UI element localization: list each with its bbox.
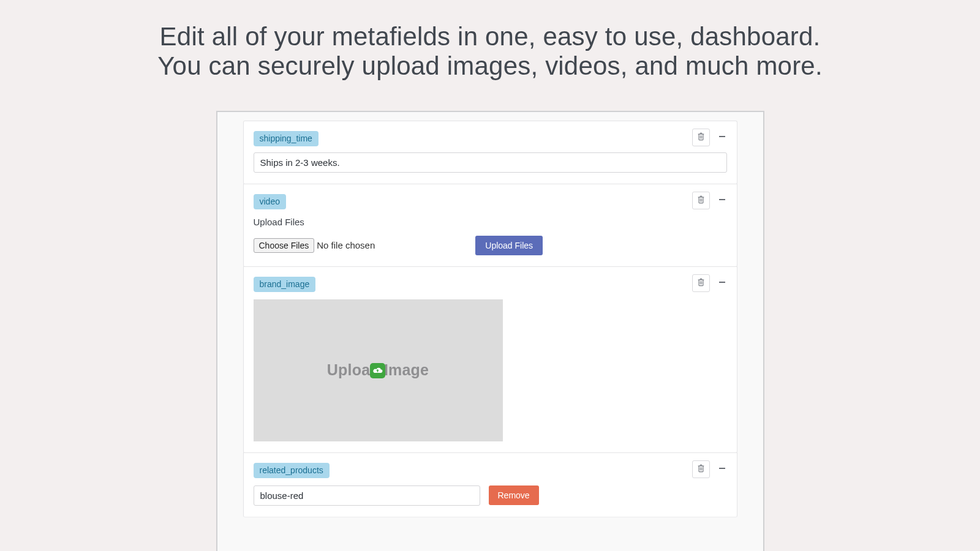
delete-button[interactable] xyxy=(692,129,710,146)
svg-rect-2 xyxy=(719,282,725,283)
minus-icon xyxy=(718,132,726,143)
collapse-button[interactable] xyxy=(715,193,729,207)
page-heading: Edit all of your metafields in one, easy… xyxy=(0,0,980,81)
metafield-card-shipping-time: shipping_time xyxy=(243,121,737,184)
metafields-panel: shipping_time video xyxy=(216,111,764,551)
delete-button[interactable] xyxy=(692,460,710,478)
heading-line-1: Edit all of your metafields in one, easy… xyxy=(0,22,980,51)
no-file-chosen-text: No file chosen xyxy=(317,240,375,250)
trash-icon xyxy=(697,132,705,143)
delete-button[interactable] xyxy=(692,192,710,209)
metafield-card-brand-image: brand_image Upload Image xyxy=(243,266,737,453)
related-product-row: Remove xyxy=(254,485,727,506)
trash-icon xyxy=(697,195,705,206)
cloud-upload-icon xyxy=(370,363,385,378)
collapse-button[interactable] xyxy=(715,130,729,144)
remove-button[interactable]: Remove xyxy=(489,485,539,505)
upload-files-button[interactable]: Upload Files xyxy=(475,236,543,255)
collapse-button[interactable] xyxy=(715,462,729,476)
trash-icon xyxy=(697,278,705,288)
minus-icon xyxy=(718,195,726,206)
image-upload-dropzone[interactable]: Upload Image xyxy=(254,299,503,441)
metafield-card-video: video Upload Files Choose Files No file … xyxy=(243,184,737,267)
minus-icon xyxy=(718,463,726,474)
svg-rect-3 xyxy=(719,468,725,469)
related-product-input[interactable] xyxy=(254,485,480,506)
upload-files-label: Upload Files xyxy=(254,217,727,227)
metafield-tag: shipping_time xyxy=(254,131,318,146)
metafield-tag: video xyxy=(254,194,286,209)
choose-files-button[interactable]: Choose Files xyxy=(254,238,315,253)
collapse-button[interactable] xyxy=(715,276,729,290)
metafield-tag: brand_image xyxy=(254,277,316,292)
svg-rect-1 xyxy=(719,199,725,200)
minus-icon xyxy=(718,277,726,288)
metafield-tag: related_products xyxy=(254,463,330,478)
delete-button[interactable] xyxy=(692,274,710,292)
trash-icon xyxy=(697,464,705,474)
metafield-card-related-products: related_products Remove xyxy=(243,452,737,517)
heading-line-2: You can securely upload images, videos, … xyxy=(0,51,980,81)
svg-rect-0 xyxy=(719,136,725,137)
file-chooser-row: Choose Files No file chosen Upload Files xyxy=(254,236,727,255)
shipping-time-input[interactable] xyxy=(254,152,727,173)
